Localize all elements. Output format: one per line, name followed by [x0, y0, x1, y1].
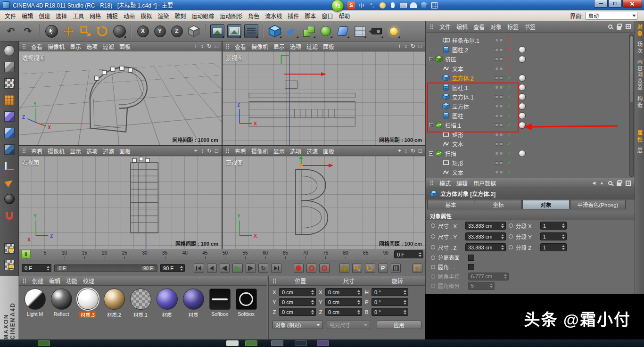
last-tool-button[interactable]	[111, 23, 127, 40]
autokey-button[interactable]	[306, 264, 316, 273]
viewport-menu-item[interactable]: 显示	[70, 42, 81, 50]
sogou-icon[interactable]: S	[347, 1, 355, 9]
y-axis-lock-button[interactable]: Y	[152, 23, 168, 40]
fillet-checkbox[interactable]	[468, 264, 474, 270]
pan-icon[interactable]: +	[194, 43, 198, 50]
rotation-h-field[interactable]: 0 °	[372, 288, 408, 296]
tab-phong[interactable]: 平滑着色(Phong)	[570, 200, 626, 209]
grip-icon[interactable]	[272, 278, 276, 284]
size-z-field[interactable]: 33.883 cm	[465, 243, 506, 251]
tab-structure[interactable]: 构造	[636, 96, 644, 108]
size-mode-select[interactable]: 绝对尺寸	[327, 321, 370, 329]
enable-state[interactable]: ✗	[505, 56, 513, 62]
segments-z-field[interactable]: 1	[540, 243, 567, 251]
add-cube-button[interactable]	[267, 23, 283, 40]
material-menu-item[interactable]: 创建	[32, 277, 43, 285]
toolbox-icon[interactable]	[430, 1, 438, 9]
menu-item[interactable]: 流水线	[262, 10, 285, 21]
material-menu-item[interactable]: 编辑	[49, 277, 60, 285]
lock-icon[interactable]	[617, 182, 621, 186]
range-start-field[interactable]: 0 F	[22, 264, 51, 272]
menu-item[interactable]: 选择	[53, 10, 70, 21]
orbit-icon[interactable]: ↻	[411, 43, 415, 50]
material-item[interactable]: Reflect	[48, 289, 74, 318]
menu-item[interactable]: 捕捉	[104, 10, 121, 21]
render-chip[interactable]	[500, 171, 503, 174]
viewport-canvas[interactable]: Y Z X 右视图 网格间距 : 100 cm	[19, 156, 222, 249]
tree-row[interactable]: 圆柱.1 ✓	[426, 83, 630, 92]
viewport-menu-item[interactable]: 显示	[273, 42, 285, 50]
user-icon[interactable]	[410, 1, 417, 9]
zoom-icon[interactable]: ↕	[405, 43, 407, 50]
render-chip[interactable]	[500, 142, 503, 146]
keyframe-circle[interactable]	[431, 245, 435, 249]
size-y-field[interactable]: 33.883 cm	[465, 232, 506, 240]
interface-select[interactable]: 启动	[586, 12, 637, 20]
keyframe-circle[interactable]	[509, 234, 513, 239]
tab-attributes[interactable]: 属性	[636, 130, 644, 143]
zoom-icon[interactable]: ↕	[405, 148, 407, 154]
material-item-selected[interactable]: 材质.3	[74, 289, 101, 318]
enable-state[interactable]: ✗	[505, 37, 513, 43]
collapse-toggle[interactable]	[429, 123, 433, 127]
tab-objects[interactable]: 对象	[636, 24, 644, 37]
render-chip[interactable]	[500, 67, 503, 70]
layout-icon[interactable]	[626, 181, 631, 186]
collapse-toggle[interactable]	[429, 57, 433, 61]
menu-item[interactable]: 雕刻	[172, 10, 189, 21]
taskbar-item[interactable]	[317, 340, 329, 346]
material-tag[interactable]	[519, 84, 526, 91]
taskbar-item[interactable]	[295, 340, 307, 346]
object-manager-menu-item[interactable]: 编辑	[456, 23, 468, 31]
tree-row[interactable]: 文本 ✓	[426, 167, 630, 177]
tab-content-browser[interactable]: 内容浏览器	[636, 59, 644, 91]
menu-item[interactable]: 窗口	[319, 10, 336, 21]
layout-icon[interactable]	[626, 24, 631, 29]
material-item[interactable]: 材质	[180, 289, 206, 318]
visibility-chip[interactable]	[495, 133, 498, 136]
object-manager-menu-item[interactable]: 查看	[473, 23, 485, 31]
range-end-handle[interactable]: 90 F	[141, 265, 155, 271]
make-editable-button[interactable]	[2, 43, 17, 58]
record-button[interactable]	[294, 264, 304, 273]
keyframe-circle[interactable]	[431, 223, 435, 228]
keyframe-circle[interactable]	[509, 223, 513, 228]
material-thumbnail[interactable]	[51, 289, 72, 310]
spinner-icon[interactable]	[419, 252, 421, 257]
keyframe-circle[interactable]	[431, 256, 435, 260]
maximize-button[interactable]	[608, 0, 622, 8]
viewport-menu-item[interactable]: 显示	[70, 147, 81, 155]
size-z-field[interactable]: 0 cm	[325, 308, 362, 316]
play-button[interactable]	[232, 264, 242, 273]
window-titlebar[interactable]: CINEMA 4D R18.011 Studio (RC - R18) - [未…	[0, 0, 644, 10]
orbit-icon[interactable]: ↻	[207, 43, 212, 50]
pan-icon[interactable]: +	[194, 148, 198, 154]
position-y-field[interactable]: 0 cm	[279, 298, 316, 306]
maximize-icon[interactable]: □	[419, 43, 422, 50]
record-scale-toggle[interactable]	[352, 264, 362, 273]
minimize-button[interactable]	[594, 0, 608, 8]
scrollbar-thumb[interactable]	[630, 36, 633, 102]
material-thumbnail[interactable]	[157, 289, 178, 310]
deformer-button[interactable]	[335, 23, 351, 40]
tree-row[interactable]: 圆柱.2 ✗	[426, 45, 630, 54]
coordinate-system-button[interactable]	[186, 23, 202, 40]
timeline-range-slider[interactable]: 0 F 90 F	[54, 264, 157, 272]
light-button[interactable]	[386, 23, 402, 40]
segments-y-field[interactable]: 1	[540, 232, 567, 240]
rotation-b-field[interactable]: 0 °	[372, 308, 408, 316]
visibility-chip[interactable]	[495, 48, 498, 51]
material-thumbnail[interactable]	[104, 289, 125, 310]
material-thumbnail[interactable]	[130, 289, 151, 310]
viewport-menu-item[interactable]: 查看	[235, 42, 246, 50]
current-frame-marker[interactable]: 0	[21, 250, 31, 258]
timeline-ruler[interactable]: 051015202530354045505560657075808590 0 0…	[19, 249, 425, 260]
record-position-toggle[interactable]	[339, 264, 349, 273]
object-manager-menu-item[interactable]: 文件	[439, 23, 451, 31]
grip-icon[interactable]	[226, 148, 230, 154]
zoom-icon[interactable]: ↕	[201, 148, 204, 154]
tree-row[interactable]: 挤压 ✗	[426, 54, 630, 64]
material-tag[interactable]	[519, 56, 526, 63]
menu-item[interactable]: 编辑	[19, 10, 36, 21]
visibility-chip[interactable]	[495, 142, 498, 146]
